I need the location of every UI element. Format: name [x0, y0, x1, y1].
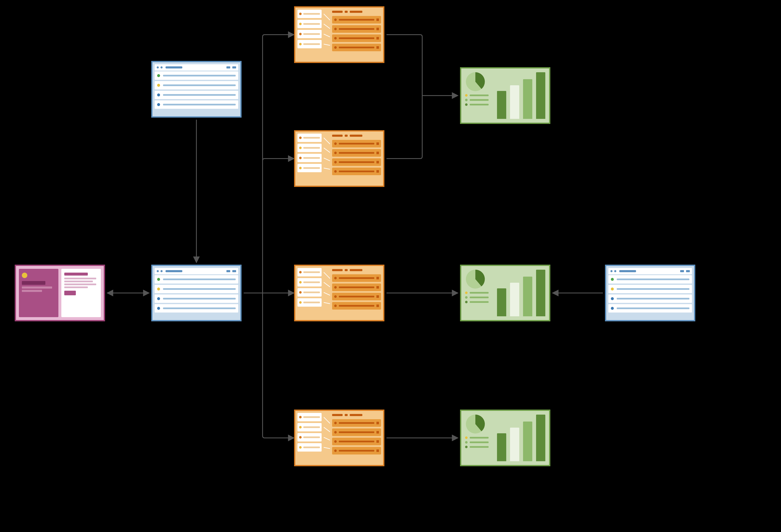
row-action-icon[interactable] — [376, 440, 379, 443]
node-process-3 — [294, 264, 384, 321]
target-row[interactable] — [332, 428, 381, 436]
target-row[interactable] — [332, 16, 381, 24]
window-control-icon[interactable] — [232, 270, 236, 272]
target-row[interactable] — [332, 140, 381, 148]
legend-dot-icon — [465, 296, 467, 299]
svg-line-19 — [324, 417, 330, 423]
window-control-icon[interactable] — [680, 270, 684, 272]
list-item[interactable] — [155, 100, 238, 109]
row-action-icon[interactable] — [376, 170, 379, 173]
target-row[interactable] — [332, 34, 381, 42]
source-item[interactable] — [297, 20, 322, 28]
pie-chart-icon — [466, 415, 485, 434]
status-dot-icon — [334, 28, 337, 30]
source-item[interactable] — [297, 144, 322, 152]
source-item[interactable] — [297, 154, 322, 162]
chart-legend — [465, 437, 493, 448]
source-item[interactable] — [297, 278, 322, 286]
row-action-icon[interactable] — [376, 28, 379, 30]
list-item[interactable] — [155, 285, 238, 293]
row-action-icon[interactable] — [376, 37, 379, 39]
source-item[interactable] — [297, 268, 322, 276]
list-item[interactable] — [155, 294, 238, 303]
target-row[interactable] — [332, 158, 381, 166]
target-row[interactable] — [332, 438, 381, 445]
target-row[interactable] — [332, 302, 381, 310]
target-row[interactable] — [332, 149, 381, 157]
pie-chart-icon — [466, 270, 485, 289]
edge-process-1-2-to-dashboard-1 — [384, 33, 460, 163]
row-action-icon[interactable] — [376, 161, 379, 163]
status-dot-icon — [299, 136, 302, 139]
source-item[interactable] — [297, 133, 322, 142]
window-titlebar — [155, 268, 238, 274]
list-item[interactable] — [155, 81, 238, 89]
status-dot-icon — [334, 152, 337, 154]
svg-line-15 — [324, 272, 330, 279]
legend-dot-icon — [465, 103, 467, 106]
list-item-text-placeholder — [617, 308, 689, 309]
target-row[interactable] — [332, 25, 381, 33]
list-item[interactable] — [155, 304, 238, 313]
source-item[interactable] — [297, 443, 322, 452]
window-dot-icon — [161, 270, 163, 272]
bar — [523, 277, 532, 316]
list-item[interactable] — [155, 91, 238, 99]
row-action-icon[interactable] — [376, 152, 379, 154]
node-process-2 — [294, 130, 384, 187]
source-item[interactable] — [297, 433, 322, 442]
row-action-icon[interactable] — [376, 304, 379, 307]
source-item[interactable] — [297, 40, 322, 48]
diagram-canvas — [0, 0, 781, 532]
source-item[interactable] — [297, 288, 322, 296]
list-item[interactable] — [608, 285, 692, 293]
row-action-icon[interactable] — [376, 46, 379, 49]
status-dot-icon — [157, 74, 160, 77]
window-control-icon[interactable] — [227, 66, 230, 69]
mapping-header — [332, 133, 381, 138]
row-action-icon[interactable] — [376, 295, 379, 298]
window-control-icon[interactable] — [227, 270, 230, 272]
window-dot-icon — [157, 270, 159, 272]
source-item[interactable] — [297, 164, 322, 172]
target-row[interactable] — [332, 419, 381, 427]
node-list-top — [151, 61, 242, 118]
target-row[interactable] — [332, 44, 381, 51]
chart-legend — [465, 94, 493, 106]
target-row[interactable] — [332, 293, 381, 300]
source-item[interactable] — [297, 423, 322, 432]
row-action-icon[interactable] — [376, 142, 379, 145]
window-control-icon[interactable] — [686, 270, 690, 272]
row-action-icon[interactable] — [376, 449, 379, 452]
status-dot-icon — [334, 422, 337, 424]
status-dot-icon — [157, 103, 160, 106]
status-dot-icon — [334, 304, 337, 307]
form-profile-panel — [19, 269, 58, 317]
edge-list-center-to-process-2 — [242, 157, 296, 295]
status-dot-icon — [334, 440, 337, 443]
list-item[interactable] — [608, 275, 692, 284]
source-item[interactable] — [297, 298, 322, 306]
row-action-icon[interactable] — [376, 286, 379, 289]
row-action-icon[interactable] — [376, 422, 379, 424]
row-action-icon[interactable] — [376, 431, 379, 434]
target-row[interactable] — [332, 447, 381, 454]
source-item[interactable] — [297, 30, 322, 38]
source-item[interactable] — [297, 413, 322, 421]
node-list-center — [151, 264, 242, 321]
target-row[interactable] — [332, 274, 381, 282]
row-action-icon[interactable] — [376, 277, 379, 279]
target-row[interactable] — [332, 168, 381, 175]
node-dashboard-3 — [460, 410, 550, 466]
list-item[interactable] — [608, 304, 692, 313]
form-submit-button[interactable] — [64, 291, 76, 295]
source-item[interactable] — [297, 10, 322, 18]
window-control-icon[interactable] — [232, 66, 236, 69]
status-dot-icon — [157, 278, 160, 281]
list-item[interactable] — [608, 294, 692, 303]
list-item[interactable] — [155, 275, 238, 284]
bar — [523, 421, 532, 461]
target-row[interactable] — [332, 284, 381, 291]
list-item[interactable] — [155, 71, 238, 80]
row-action-icon[interactable] — [376, 18, 379, 21]
